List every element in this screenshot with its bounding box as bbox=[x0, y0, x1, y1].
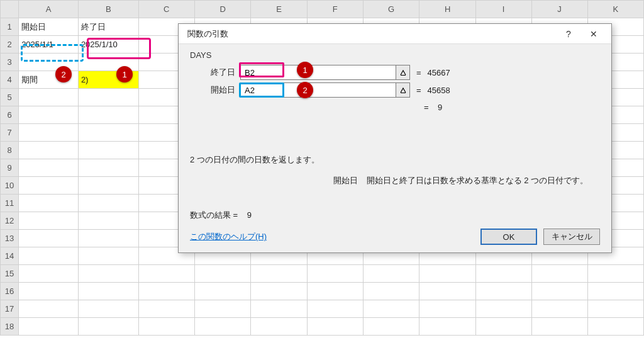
row-header[interactable]: 6 bbox=[1, 106, 19, 124]
cell-A3[interactable] bbox=[19, 54, 79, 71]
cell-A15[interactable] bbox=[19, 265, 79, 283]
column-header[interactable]: E bbox=[251, 1, 307, 18]
cell-B7[interactable] bbox=[78, 124, 138, 142]
cell-A1[interactable]: 開始日 bbox=[19, 18, 79, 36]
dialog-titlebar[interactable]: 関数の引数 ? ✕ bbox=[179, 24, 611, 44]
cell-B17[interactable] bbox=[78, 300, 138, 318]
cell-G16[interactable] bbox=[363, 283, 419, 300]
cell-B11[interactable] bbox=[78, 195, 138, 212]
cell-E17[interactable] bbox=[251, 300, 307, 318]
row-header[interactable]: 5 bbox=[1, 89, 19, 106]
row-header[interactable]: 11 bbox=[1, 195, 19, 212]
cell-I15[interactable] bbox=[475, 265, 531, 283]
cell-B15[interactable] bbox=[78, 265, 138, 283]
row-header[interactable]: 18 bbox=[1, 318, 19, 336]
cell-F17[interactable] bbox=[307, 300, 363, 318]
row-header[interactable]: 17 bbox=[1, 300, 19, 318]
cell-A16[interactable] bbox=[19, 283, 79, 300]
column-header[interactable]: I bbox=[475, 1, 531, 18]
cell-C18[interactable] bbox=[138, 318, 194, 336]
column-header[interactable]: J bbox=[531, 1, 587, 18]
cell-I16[interactable] bbox=[475, 283, 531, 300]
row-header[interactable]: 15 bbox=[1, 265, 19, 283]
range-select-button-start[interactable] bbox=[396, 82, 410, 98]
cell-C15[interactable] bbox=[138, 265, 194, 283]
cell-F16[interactable] bbox=[307, 283, 363, 300]
column-header[interactable]: B bbox=[78, 1, 138, 18]
column-header[interactable]: F bbox=[307, 1, 363, 18]
cell-K16[interactable] bbox=[587, 283, 643, 300]
cell-A13[interactable] bbox=[19, 230, 79, 247]
row-header[interactable]: 9 bbox=[1, 159, 19, 177]
row-header[interactable]: 4 bbox=[1, 71, 19, 89]
cell-B2[interactable]: 2025/1/10 bbox=[78, 36, 138, 54]
cell-D16[interactable] bbox=[194, 283, 250, 300]
cell-J18[interactable] bbox=[531, 318, 587, 336]
cell-G18[interactable] bbox=[363, 318, 419, 336]
cell-A5[interactable] bbox=[19, 89, 79, 106]
cell-F18[interactable] bbox=[307, 318, 363, 336]
row-header[interactable]: 1 bbox=[1, 18, 19, 36]
row-header[interactable]: 16 bbox=[1, 283, 19, 300]
row-header[interactable]: 7 bbox=[1, 124, 19, 142]
cell-A6[interactable] bbox=[19, 106, 79, 124]
cell-K17[interactable] bbox=[587, 300, 643, 318]
cell-B14[interactable] bbox=[78, 247, 138, 265]
cell-A7[interactable] bbox=[19, 124, 79, 142]
column-header[interactable]: H bbox=[419, 1, 475, 18]
row-header[interactable]: 3 bbox=[1, 54, 19, 71]
cell-B12[interactable] bbox=[78, 212, 138, 230]
cancel-button[interactable]: キャンセル bbox=[543, 229, 600, 245]
cell-A12[interactable] bbox=[19, 212, 79, 230]
cell-B18[interactable] bbox=[78, 318, 138, 336]
row-header[interactable]: 10 bbox=[1, 177, 19, 195]
cell-E18[interactable] bbox=[251, 318, 307, 336]
cell-A10[interactable] bbox=[19, 177, 79, 195]
cell-H16[interactable] bbox=[419, 283, 475, 300]
cell-F15[interactable] bbox=[307, 265, 363, 283]
cell-A4[interactable]: 期間 bbox=[19, 71, 79, 89]
cell-B5[interactable] bbox=[78, 89, 138, 106]
cell-G15[interactable] bbox=[363, 265, 419, 283]
cell-B1[interactable]: 終了日 bbox=[78, 18, 138, 36]
cell-J15[interactable] bbox=[531, 265, 587, 283]
cell-D15[interactable] bbox=[194, 265, 250, 283]
arg-end-input[interactable] bbox=[240, 65, 396, 80]
cell-A2[interactable]: 2025/1/1 bbox=[19, 36, 79, 54]
column-header[interactable]: D bbox=[194, 1, 250, 18]
cell-B9[interactable] bbox=[78, 159, 138, 177]
column-header[interactable]: C bbox=[138, 1, 194, 18]
cell-A14[interactable] bbox=[19, 247, 79, 265]
cell-B13[interactable] bbox=[78, 230, 138, 247]
arg-start-input[interactable] bbox=[240, 82, 396, 98]
cell-J17[interactable] bbox=[531, 300, 587, 318]
cell-D18[interactable] bbox=[194, 318, 250, 336]
column-header[interactable]: A bbox=[19, 1, 79, 18]
cell-J16[interactable] bbox=[531, 283, 587, 300]
cell-B8[interactable] bbox=[78, 142, 138, 159]
cell-H18[interactable] bbox=[419, 318, 475, 336]
cell-B6[interactable] bbox=[78, 106, 138, 124]
cell-A18[interactable] bbox=[19, 318, 79, 336]
ok-button[interactable]: OK bbox=[480, 229, 537, 245]
row-header[interactable]: 8 bbox=[1, 142, 19, 159]
cell-B3[interactable] bbox=[78, 54, 138, 71]
cell-C17[interactable] bbox=[138, 300, 194, 318]
cell-A9[interactable] bbox=[19, 159, 79, 177]
cell-C16[interactable] bbox=[138, 283, 194, 300]
range-select-button-end[interactable] bbox=[396, 65, 410, 80]
cell-A11[interactable] bbox=[19, 195, 79, 212]
cell-E15[interactable] bbox=[251, 265, 307, 283]
cell-K18[interactable] bbox=[587, 318, 643, 336]
row-header[interactable]: 14 bbox=[1, 247, 19, 265]
close-button[interactable]: ✕ bbox=[581, 24, 606, 44]
cell-E16[interactable] bbox=[251, 283, 307, 300]
column-header[interactable]: K bbox=[587, 1, 643, 18]
cell-K15[interactable] bbox=[587, 265, 643, 283]
cell-A8[interactable] bbox=[19, 142, 79, 159]
function-help-link[interactable]: この関数のヘルプ(H) bbox=[190, 231, 267, 242]
row-header[interactable]: 2 bbox=[1, 36, 19, 54]
select-all-corner[interactable] bbox=[1, 1, 19, 18]
row-header[interactable]: 13 bbox=[1, 230, 19, 247]
cell-D17[interactable] bbox=[194, 300, 250, 318]
